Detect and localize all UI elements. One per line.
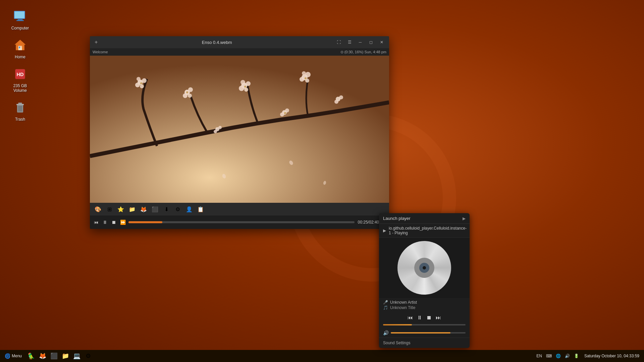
- svg-point-45: [280, 113, 284, 117]
- window-controls: ⛶ ☰ ─ ◻ ✕: [334, 39, 386, 46]
- video-content: [90, 56, 389, 203]
- tray-keyboard-icon[interactable]: ⌨: [545, 353, 553, 359]
- progress-bar[interactable]: [128, 221, 355, 223]
- svg-point-25: [183, 94, 187, 98]
- taskbar-clock[interactable]: Saturday October 10, 04:33:59: [582, 353, 642, 359]
- popup-player-item[interactable]: ▶ io.github.celluloid_player.Celluloid.i…: [379, 224, 470, 238]
- computer-icon: [12, 8, 28, 24]
- tray-volume-icon[interactable]: 🔊: [564, 353, 571, 359]
- pause-button[interactable]: ⏸: [101, 219, 109, 226]
- svg-rect-16: [90, 56, 389, 203]
- disc-hole: [423, 266, 426, 269]
- restore-button[interactable]: ◻: [366, 39, 376, 46]
- toolbar-user-icon[interactable]: 👤: [184, 204, 194, 214]
- svg-point-24: [188, 87, 193, 92]
- tray-power-icon[interactable]: 🔋: [573, 353, 580, 359]
- titlebar-left: +: [93, 39, 100, 46]
- trash-desktop-icon[interactable]: Trash: [7, 98, 34, 123]
- toolbar-grid-icon[interactable]: ⊞: [105, 204, 114, 214]
- popup-progress-filled: [383, 324, 412, 325]
- svg-point-29: [246, 81, 251, 86]
- home-icon: [12, 37, 28, 53]
- svg-point-21: [137, 77, 141, 81]
- svg-point-19: [135, 83, 140, 87]
- progress-filled: [128, 221, 162, 223]
- popup-header: Launch player ▶: [379, 213, 470, 224]
- svg-rect-2: [18, 19, 23, 20]
- popup-progress[interactable]: [379, 323, 470, 328]
- svg-point-35: [305, 72, 311, 77]
- popup-prev-button[interactable]: ⏮: [408, 315, 413, 321]
- volume-icon-label: 235 GB Volume: [8, 83, 32, 93]
- menu-label: Menu: [12, 354, 22, 358]
- window-titlebar: + Enso 0.4.webm ⛶ ☰ ─ ◻ ✕: [90, 36, 389, 48]
- popup-next-button[interactable]: ⏭: [436, 315, 441, 321]
- track-title: 🎵 Unknown Title: [383, 305, 466, 310]
- toolbar-settings-icon[interactable]: ⚙: [173, 204, 182, 214]
- video-area[interactable]: [90, 56, 389, 203]
- popup-vol-filled: [391, 332, 450, 334]
- add-tab-button[interactable]: +: [93, 39, 100, 46]
- taskbar-code-icon[interactable]: 💻: [71, 351, 82, 361]
- launch-player-label[interactable]: Launch player: [383, 216, 411, 221]
- svg-point-30: [239, 86, 244, 91]
- menu-button[interactable]: 🌀 Menu: [2, 353, 24, 359]
- toolbar-terminal-icon[interactable]: ⬛: [150, 204, 160, 214]
- taskbar-files-icon[interactable]: 📁: [60, 351, 71, 361]
- disc-container: [397, 241, 451, 295]
- time-display: 00:25/02:40: [358, 220, 379, 225]
- toolbar-files-icon[interactable]: 📁: [127, 204, 137, 214]
- toolbar-paint-icon[interactable]: 🎨: [93, 204, 103, 214]
- svg-point-37: [305, 79, 309, 83]
- disc-center: [419, 263, 429, 273]
- player-window: + Enso 0.4.webm ⛶ ☰ ─ ◻ ✕ Welcome ⊙ (0:3…: [90, 36, 389, 229]
- menu-button[interactable]: ☰: [345, 39, 354, 46]
- svg-point-34: [302, 74, 308, 80]
- track-info: 🎤 Unknown Artist 🎵 Unknown Title: [379, 298, 470, 312]
- toolbar-browser-icon[interactable]: 🦊: [139, 204, 148, 214]
- svg-point-40: [215, 127, 219, 131]
- home-desktop-icon[interactable]: Home: [7, 36, 34, 61]
- toolbar-clipboard-icon[interactable]: 📋: [196, 204, 205, 214]
- fast-forward-button[interactable]: ⏩: [119, 219, 127, 226]
- taskbar-settings-icon[interactable]: ⚙: [83, 351, 94, 361]
- fullscreen-button[interactable]: ⛶: [334, 39, 343, 46]
- taskbar-budgie-icon[interactable]: 🦜: [26, 351, 37, 361]
- taskbar-terminal-icon[interactable]: ⬛: [49, 351, 59, 361]
- volume-icon-popup[interactable]: 🔊: [383, 330, 389, 336]
- close-button[interactable]: ✕: [377, 39, 386, 46]
- statusbar-welcome: Welcome: [93, 50, 340, 54]
- tray-network-icon[interactable]: 🌐: [554, 353, 562, 359]
- svg-point-48: [339, 96, 343, 100]
- popup-play-icon: ▶: [383, 228, 386, 233]
- svg-point-42: [214, 130, 217, 133]
- sound-settings-button[interactable]: Sound Settings: [379, 338, 470, 348]
- taskbar-firefox-icon[interactable]: 🦊: [37, 351, 48, 361]
- svg-point-49: [334, 100, 338, 104]
- minimize-button[interactable]: ─: [356, 39, 365, 46]
- rewind-button[interactable]: ⏮: [93, 219, 100, 226]
- svg-rect-12: [18, 103, 22, 104]
- svg-rect-6: [19, 47, 20, 49]
- popup-pause-button[interactable]: ⏸: [417, 315, 422, 321]
- computer-desktop-icon[interactable]: Computer: [7, 7, 34, 32]
- taskbar-tray: EN ⌨ 🌐 🔊 🔋 Saturday October 10, 04:33:59: [535, 353, 642, 359]
- popup-stop-button[interactable]: ⏹: [426, 315, 432, 321]
- toolbar-download-icon[interactable]: ⬇: [162, 204, 171, 214]
- svg-point-39: [305, 77, 307, 79]
- svg-point-47: [336, 97, 340, 102]
- window-title: Enso 0.4.webm: [100, 40, 334, 45]
- svg-point-38: [302, 71, 306, 75]
- svg-point-52: [222, 173, 226, 179]
- disc-inner-ring: [414, 258, 434, 278]
- desktop: Computer Home HD 235 GB Volume: [0, 0, 644, 362]
- stop-button[interactable]: ⏹: [110, 219, 117, 226]
- tray-lang[interactable]: EN: [535, 353, 543, 359]
- toolbar-star-icon[interactable]: ⭐: [116, 204, 125, 214]
- popup-vol-bar[interactable]: [391, 332, 466, 334]
- popup-controls: ⏮ ⏸ ⏹ ⏭: [379, 312, 470, 323]
- track-title-text: Unknown Title: [390, 305, 415, 310]
- desktop-icons: Computer Home HD 235 GB Volume: [7, 7, 34, 123]
- volume-desktop-icon[interactable]: HD 235 GB Volume: [7, 64, 34, 95]
- popup-progress-bar[interactable]: [383, 324, 466, 325]
